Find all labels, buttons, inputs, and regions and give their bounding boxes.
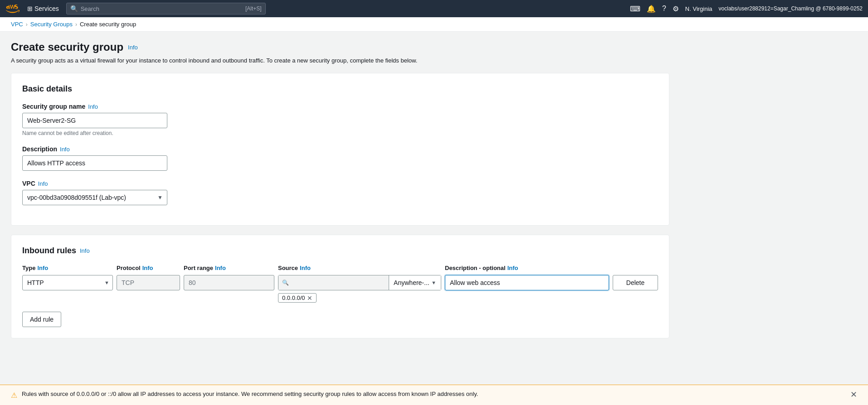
add-rule-button[interactable]: Add rule — [22, 312, 61, 327]
search-icon: 🔍 — [70, 5, 78, 12]
description-label: Description — [22, 145, 57, 153]
col-port-label: Port range — [184, 265, 213, 271]
global-search[interactable]: 🔍 [Alt+S] — [66, 3, 266, 14]
col-protocol-label: Protocol — [117, 265, 141, 271]
basic-details-card: Basic details Security group name Info N… — [11, 73, 669, 226]
rule-port-input — [184, 275, 274, 290]
table-row: HTTP ▼ 🔍 Anywhere-... — [22, 275, 658, 303]
top-navigation: ⊞ Services 🔍 [Alt+S] ⌨ 🔔 ? ⚙ N. Virginia… — [0, 0, 868, 17]
vpc-select[interactable]: vpc-00bd3a0908d09551f (Lab-vpc) — [22, 190, 167, 205]
sg-name-hint: Name cannot be edited after creation. — [22, 130, 658, 136]
col-protocol-info[interactable]: Info — [142, 265, 153, 271]
inbound-rules-info[interactable]: Info — [80, 247, 90, 254]
cidr-value: 0.0.0.0/0 — [282, 294, 305, 301]
vpc-select-wrapper: vpc-00bd3a0908d09551f (Lab-vpc) ▼ — [22, 190, 167, 205]
bell-icon[interactable]: 🔔 — [647, 5, 656, 13]
search-input[interactable] — [81, 5, 243, 12]
grid-icon: ⊞ — [27, 5, 33, 12]
col-desc-info[interactable]: Info — [507, 265, 518, 271]
page-description: A security group acts as a virtual firew… — [11, 57, 669, 64]
sg-name-info[interactable]: Info — [88, 103, 98, 110]
account-info: voclabs/user2882912=Sagar_Chamling @ 678… — [719, 5, 863, 12]
cidr-remove-button[interactable]: ✕ — [307, 295, 312, 301]
col-type-info[interactable]: Info — [37, 265, 48, 271]
rule-protocol-input — [117, 275, 180, 290]
settings-icon[interactable]: ⚙ — [673, 5, 679, 13]
rule-type-wrapper: HTTP ▼ — [22, 275, 113, 290]
col-source-label: Source — [278, 265, 298, 271]
breadcrumb-sep-2: › — [75, 21, 77, 28]
nav-right-group: ⌨ 🔔 ? ⚙ N. Virginia voclabs/user2882912=… — [630, 5, 863, 13]
breadcrumb: VPC › Security Groups › Create security … — [0, 17, 868, 32]
breadcrumb-sep-1: › — [26, 21, 28, 28]
cidr-tag: 0.0.0.0/0 ✕ — [278, 293, 317, 303]
vpc-field: VPC Info vpc-00bd3a0908d09551f (Lab-vpc)… — [22, 180, 658, 205]
delete-rule-button[interactable]: Delete — [613, 275, 658, 290]
aws-logo[interactable] — [5, 4, 20, 13]
rule-type-select[interactable]: HTTP — [22, 275, 113, 290]
col-desc-label: Description - optional — [445, 265, 506, 271]
rules-table-header: Type Info Protocol Info Port range Info … — [22, 265, 658, 271]
services-menu[interactable]: ⊞ Services — [27, 5, 59, 12]
vpc-info[interactable]: Info — [38, 180, 48, 187]
col-port-info[interactable]: Info — [215, 265, 226, 271]
page-title: Create security group — [11, 41, 123, 53]
description-info[interactable]: Info — [60, 146, 70, 153]
breadcrumb-vpc[interactable]: VPC — [11, 21, 23, 28]
search-shortcut: [Alt+S] — [245, 5, 262, 12]
source-anywhere-select[interactable]: Anywhere-... — [394, 279, 436, 286]
description-input[interactable] — [22, 155, 167, 171]
source-search-icon: 🔍 — [282, 280, 289, 286]
vpc-label: VPC — [22, 180, 35, 187]
main-content: Create security group Info A security gr… — [0, 32, 680, 366]
rule-source-container: 🔍 Anywhere-... ▼ 0.0.0.0/0 ✕ — [278, 275, 441, 303]
basic-details-title: Basic details — [22, 84, 658, 94]
rule-description-input[interactable] — [445, 275, 609, 290]
terminal-icon[interactable]: ⌨ — [630, 5, 640, 13]
sg-name-field: Security group name Info Name cannot be … — [22, 103, 658, 136]
page-info-link[interactable]: Info — [128, 44, 138, 51]
source-search-input[interactable] — [278, 275, 389, 290]
description-field: Description Info — [22, 145, 658, 171]
col-source-info[interactable]: Info — [300, 265, 311, 271]
inbound-rules-card: Inbound rules Info Type Info Protocol In… — [11, 235, 669, 338]
sg-name-label: Security group name — [22, 103, 85, 110]
sg-name-input[interactable] — [22, 113, 167, 128]
region-selector[interactable]: N. Virginia — [685, 5, 712, 12]
col-type-label: Type — [22, 265, 35, 271]
breadcrumb-security-groups[interactable]: Security Groups — [30, 21, 73, 28]
help-icon[interactable]: ? — [662, 5, 666, 13]
breadcrumb-current: Create security group — [80, 21, 136, 28]
inbound-rules-title: Inbound rules — [22, 246, 76, 256]
